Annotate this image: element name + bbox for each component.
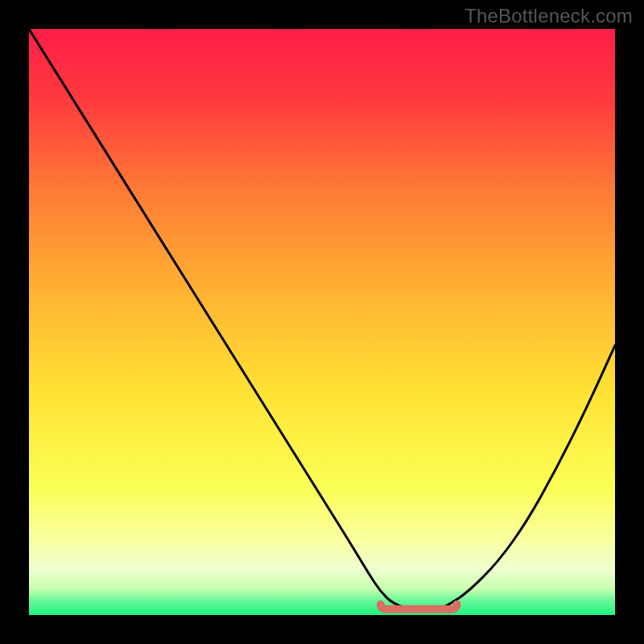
watermark-text: TheBottleneck.com: [464, 5, 633, 27]
chart-frame: TheBottleneck.com: [0, 0, 644, 644]
chart-svg: [29, 29, 615, 615]
gradient-background: [29, 29, 615, 615]
chart-plot-area: [29, 29, 615, 615]
